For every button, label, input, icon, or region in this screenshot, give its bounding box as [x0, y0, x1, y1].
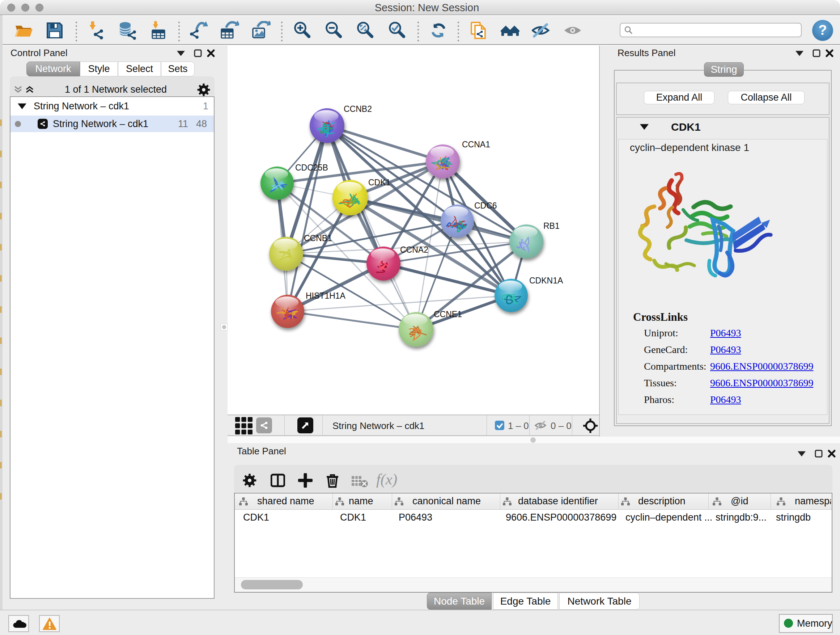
- svg-text:CDC6: CDC6: [474, 201, 497, 211]
- svg-text:CCNB2: CCNB2: [344, 104, 372, 114]
- svg-text:CDC25B: CDC25B: [295, 163, 328, 172]
- svg-text:RB1: RB1: [543, 221, 560, 231]
- svg-text:CDK1: CDK1: [368, 178, 390, 187]
- svg-text:CCNE1: CCNE1: [434, 310, 462, 319]
- svg-text:HIST1H1A: HIST1H1A: [306, 291, 346, 301]
- svg-text:CCNA2: CCNA2: [400, 245, 428, 255]
- svg-text:CCNA1: CCNA1: [462, 140, 490, 149]
- svg-text:CCNB1: CCNB1: [304, 233, 332, 243]
- svg-text:CDKN1A: CDKN1A: [529, 276, 563, 285]
